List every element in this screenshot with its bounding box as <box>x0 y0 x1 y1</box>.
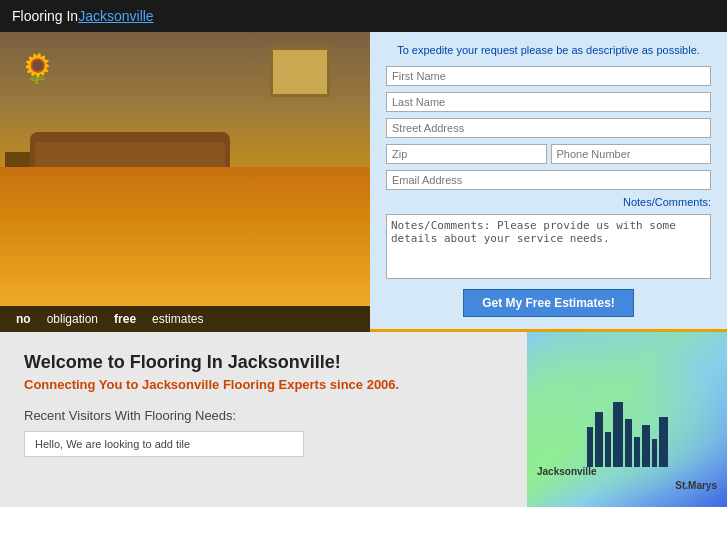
estimates-label: estimates <box>152 312 203 326</box>
form-instruction: To expedite your request please be as de… <box>386 44 711 56</box>
contact-form-panel: To expedite your request please be as de… <box>370 32 727 329</box>
email-row <box>386 170 711 190</box>
street-row <box>386 118 711 138</box>
bottom-section: Welcome to Flooring In Jacksonville! Con… <box>0 332 727 507</box>
flower-decoration <box>20 52 60 92</box>
street-input[interactable] <box>386 118 711 138</box>
building-8 <box>652 439 657 467</box>
last-name-input[interactable] <box>386 92 711 112</box>
building-7 <box>642 425 650 467</box>
map-city-label-1: Jacksonville <box>537 466 596 477</box>
header-title-link[interactable]: Jacksonville <box>78 8 153 24</box>
free-label: free <box>114 312 136 326</box>
building-2 <box>595 412 603 467</box>
welcome-heading: Welcome to Flooring In Jacksonville! <box>24 352 503 373</box>
skyline <box>527 402 727 467</box>
building-6 <box>634 437 640 467</box>
zip-input[interactable] <box>386 144 547 164</box>
building-3 <box>605 432 611 467</box>
zip-phone-row <box>386 144 711 164</box>
header-title-static: Flooring In <box>12 8 78 24</box>
last-name-row <box>386 92 711 112</box>
visitor-card: Hello, We are looking to add tile <box>24 431 304 457</box>
notes-label: Notes/Comments: <box>386 196 711 208</box>
building-5 <box>625 419 632 467</box>
building-4 <box>613 402 623 467</box>
bottom-content: Welcome to Flooring In Jacksonville! Con… <box>0 332 527 507</box>
recent-visitors-label: Recent Visitors With Flooring Needs: <box>24 408 503 423</box>
site-header: Flooring In Jacksonville <box>0 0 727 32</box>
notes-textarea[interactable] <box>386 214 711 279</box>
hero-section: no obligation free estimates To expedite… <box>0 32 727 332</box>
first-name-row <box>386 66 711 86</box>
map-panel: Jacksonville St.Marys <box>527 332 727 507</box>
picture-frame-decoration <box>270 47 330 97</box>
building-9 <box>659 417 668 467</box>
first-name-input[interactable] <box>386 66 711 86</box>
email-input[interactable] <box>386 170 711 190</box>
no-label: no <box>16 312 31 326</box>
visitor-snippet: Hello, We are looking to add tile <box>35 438 190 450</box>
tagline: Connecting You to Jacksonville Flooring … <box>24 377 503 392</box>
phone-input[interactable] <box>551 144 712 164</box>
building-1 <box>587 427 593 467</box>
hero-image-panel: no obligation free estimates <box>0 32 370 332</box>
no-obligation-bar: no obligation free estimates <box>0 306 370 332</box>
obligation-label: obligation <box>47 312 98 326</box>
map-city-label-2: St.Marys <box>675 480 717 491</box>
submit-button[interactable]: Get My Free Estimates! <box>463 289 634 317</box>
